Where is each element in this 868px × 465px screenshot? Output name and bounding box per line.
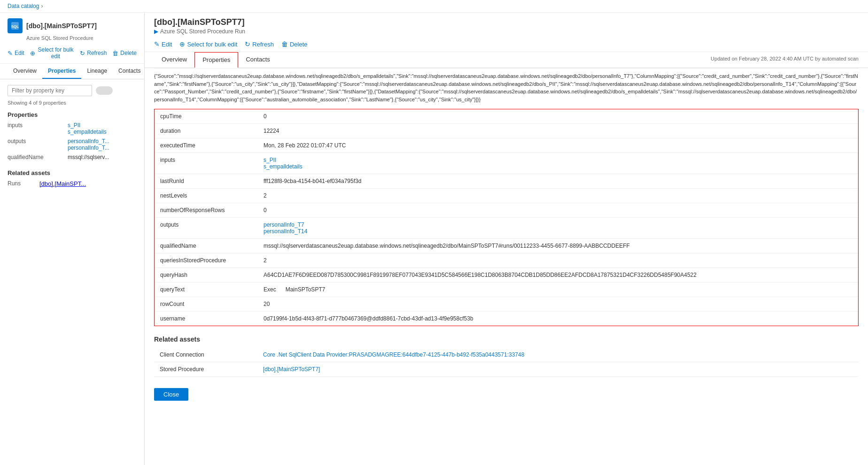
right-asset-title: [dbo].[MainSPToSPT7] xyxy=(154,17,859,27)
left-edit-button[interactable]: ✎ Edit xyxy=(8,50,24,57)
right-tab-overview[interactable]: Overview xyxy=(154,52,194,68)
related-assets-title: Related assets xyxy=(154,335,859,343)
properties-table: cpuTime 0 duration 12224 executedTime Mo… xyxy=(154,109,859,326)
prop-row-executedtime: executedTime Mon, 28 Feb 2022 01:07:47 U… xyxy=(155,138,858,153)
left-asset-subtitle: Azure SQL Stored Procedure xyxy=(26,35,137,41)
breadcrumb-separator: › xyxy=(41,3,43,9)
related-assets-section: Related assets Client Connection Core .N… xyxy=(154,335,859,381)
prop-row-queries-in-sp: queriesInStoredProcedure 2 xyxy=(155,253,858,268)
right-asset-subtitle: Azure SQL Stored Procedure Run xyxy=(160,28,245,35)
svg-text:SQL: SQL xyxy=(11,24,19,29)
left-delete-button[interactable]: 🗑 Delete xyxy=(112,50,137,57)
left-related-runs: Runs [dbo].[MainSPT... xyxy=(8,180,137,187)
json-block: {"Source":"mssql://sqlserverdatascaneus2… xyxy=(154,68,859,107)
left-tab-lineage[interactable]: Lineage xyxy=(81,64,113,79)
related-runs-link[interactable]: [dbo].[MainSPT... xyxy=(39,180,86,187)
stored-procedure-link[interactable]: [dbo].[MainSPToSPT7] xyxy=(263,366,320,373)
right-refresh-button[interactable]: ↻ Refresh xyxy=(245,40,274,48)
asset-icon: SQL xyxy=(8,18,23,33)
edit-icon: ✎ xyxy=(8,50,13,57)
delete-icon: 🗑 xyxy=(112,50,118,57)
prop-row-querytext: queryText Exec MainSPToSPT7 xyxy=(155,282,858,297)
left-prop-inputs: inputs s_PII s_empalldetails xyxy=(8,122,137,135)
prop-row-nestlevels: nestLevels 2 xyxy=(155,189,858,203)
input-link-s-empalldetails[interactable]: s_empalldetails xyxy=(68,129,107,135)
left-tab-properties[interactable]: Properties xyxy=(42,64,81,79)
right-tab-contacts[interactable]: Contacts xyxy=(238,52,277,68)
related-client-connection: Client Connection Core .Net SqlClient Da… xyxy=(154,348,859,362)
output-link-t14[interactable]: personalInfo_T... xyxy=(68,145,109,151)
prop-output-t7[interactable]: personalInfo_T7 xyxy=(264,221,852,228)
left-asset-title: [dbo].[MainSPToSPT7] xyxy=(26,22,97,30)
left-related-title: Related assets xyxy=(8,169,137,176)
prop-row-duration: duration 12224 xyxy=(155,124,858,138)
showing-text: Showing 4 of 9 properties xyxy=(8,100,137,106)
related-stored-procedure: Stored Procedure [dbo].[MainSPToSPT7] xyxy=(154,362,859,377)
bulk-icon: ⊕ xyxy=(30,50,35,57)
prop-row-inputs: inputs s_PII s_empalldetails xyxy=(155,153,858,174)
output-link-t7[interactable]: personalInfo_T... xyxy=(68,138,109,145)
prop-row-rowcount: rowCount 20 xyxy=(155,297,858,312)
left-prop-outputs: outputs personalInfo_T... personalInfo_T… xyxy=(8,138,137,151)
prop-row-numresponserows: numberOfResponseRows 0 xyxy=(155,203,858,218)
refresh-icon: ↻ xyxy=(80,50,85,57)
right-delete-button[interactable]: 🗑 Delete xyxy=(281,40,308,48)
right-refresh-icon: ↻ xyxy=(245,40,250,48)
prop-row-lastrunid: lastRunId fff128f8-9cba-4154-b041-ef034a… xyxy=(155,174,858,189)
client-connection-link[interactable]: Core .Net SqlClient Data Provider:PRASAD… xyxy=(263,351,524,358)
subtitle-icon: ▶ xyxy=(154,28,158,35)
input-link-s-pii[interactable]: s_PII xyxy=(68,122,80,129)
update-info: Updated on February 28, 2022 4:40 AM UTC… xyxy=(278,52,859,68)
prop-row-username: username 0d7199f4-1b5d-4f43-8f71-d777b04… xyxy=(155,312,858,326)
right-bulk-button[interactable]: ⊕ Select for bulk edit xyxy=(179,40,237,48)
close-button[interactable]: Close xyxy=(154,388,188,401)
prop-row-queryhash: queryHash A64CD1AE7F6D9EED087D785300C998… xyxy=(155,268,858,282)
prop-row-outputs: outputs personalInfo_T7 personalInfo_T14 xyxy=(155,218,858,239)
left-properties-title: Properties xyxy=(8,111,137,118)
prop-row-qualifiedname: qualifiedName mssql://sqlserverdatascane… xyxy=(155,239,858,253)
right-tab-properties[interactable]: Properties xyxy=(194,52,238,68)
filter-input[interactable] xyxy=(8,85,92,96)
left-bulk-button[interactable]: ⊕ Select for bulk edit xyxy=(30,46,75,60)
left-tab-overview[interactable]: Overview xyxy=(8,64,42,79)
right-edit-icon: ✎ xyxy=(154,40,160,48)
prop-input-s-empalldetails[interactable]: s_empalldetails xyxy=(264,163,852,170)
left-tab-contacts[interactable]: Contacts xyxy=(113,64,145,79)
right-edit-button[interactable]: ✎ Edit xyxy=(154,40,172,48)
breadcrumb-link[interactable]: Data catalog xyxy=(8,3,39,9)
prop-row-cputime: cpuTime 0 xyxy=(155,109,858,124)
prop-input-s-pii[interactable]: s_PII xyxy=(264,157,852,163)
prop-output-t14[interactable]: personalInfo_T14 xyxy=(264,228,852,235)
left-refresh-button[interactable]: ↻ Refresh xyxy=(80,50,107,57)
right-bulk-icon: ⊕ xyxy=(179,40,185,48)
left-prop-qualifiedname: qualifiedName mssql://sqlserv... xyxy=(8,154,137,162)
right-delete-icon: 🗑 xyxy=(281,40,288,48)
toggle-switch[interactable] xyxy=(96,86,113,95)
